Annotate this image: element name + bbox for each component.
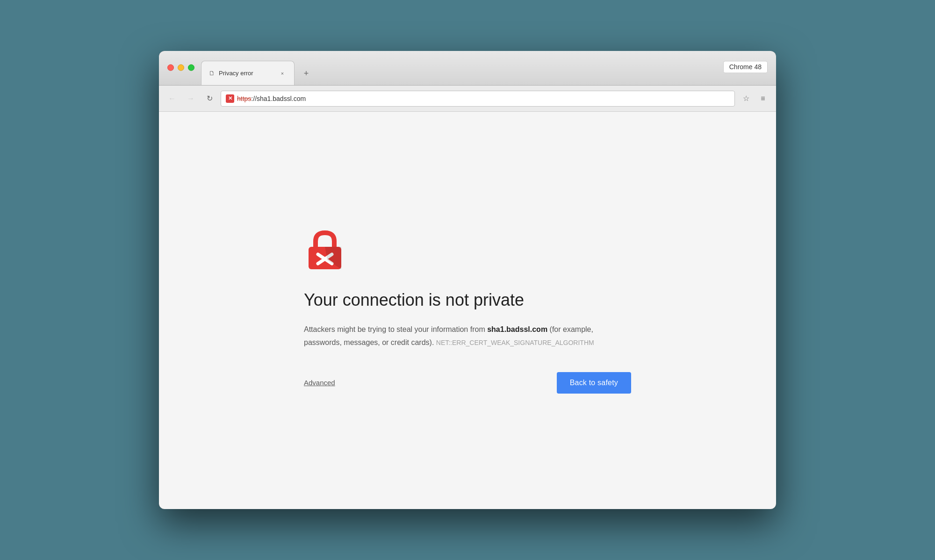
ssl-x-mark: ✕ <box>226 94 234 103</box>
advanced-link[interactable]: Advanced <box>304 379 335 387</box>
new-tab-button[interactable]: + <box>296 64 316 83</box>
url-rest: ://sha1.badssl.com <box>251 95 306 102</box>
lock-error-icon <box>304 227 346 269</box>
title-bar: 🗋 Privacy error × + Chrome 48 <box>159 51 776 86</box>
ssl-error-icon: ✕ <box>226 94 234 103</box>
toolbar: ← → ↻ ✕ https://sha1.badssl.com ☆ ≡ <box>159 86 776 112</box>
url-display: https://sha1.badssl.com <box>237 95 730 102</box>
forward-button[interactable]: → <box>183 91 198 106</box>
error-title: Your connection is not private <box>304 290 631 310</box>
page-content: Your connection is not private Attackers… <box>159 112 776 509</box>
browser-window: 🗋 Privacy error × + Chrome 48 ← → ↻ ✕ ht… <box>159 51 776 509</box>
tab-close-button[interactable]: × <box>278 69 287 78</box>
error-domain: sha1.badssl.com <box>487 325 547 333</box>
error-code: NET::ERR_CERT_WEAK_SIGNATURE_ALGORITHM <box>436 339 594 346</box>
close-button[interactable] <box>167 64 174 71</box>
bookmark-button[interactable]: ☆ <box>739 91 754 106</box>
back-button[interactable]: ← <box>165 91 180 106</box>
active-tab[interactable]: 🗋 Privacy error × <box>201 61 295 85</box>
lock-icon-container <box>304 227 631 271</box>
minimize-button[interactable] <box>178 64 184 71</box>
chrome-version-label: Chrome 48 <box>723 61 768 73</box>
tabs-area: 🗋 Privacy error × + <box>201 51 316 85</box>
menu-button[interactable]: ≡ <box>755 91 770 106</box>
tab-title: Privacy error <box>219 70 274 77</box>
address-bar[interactable]: ✕ https://sha1.badssl.com <box>221 91 735 107</box>
error-container: Your connection is not private Attackers… <box>285 199 650 422</box>
url-https: https <box>237 95 251 102</box>
error-actions: Advanced Back to safety <box>304 372 631 394</box>
tab-icon: 🗋 <box>209 70 215 77</box>
refresh-button[interactable]: ↻ <box>202 91 217 106</box>
toolbar-actions: ☆ ≡ <box>739 91 770 106</box>
description-prefix: Attackers might be trying to steal your … <box>304 325 487 333</box>
back-to-safety-button[interactable]: Back to safety <box>557 372 631 394</box>
error-description: Attackers might be trying to steal your … <box>304 323 631 348</box>
maximize-button[interactable] <box>188 64 194 71</box>
traffic-lights <box>167 64 194 71</box>
